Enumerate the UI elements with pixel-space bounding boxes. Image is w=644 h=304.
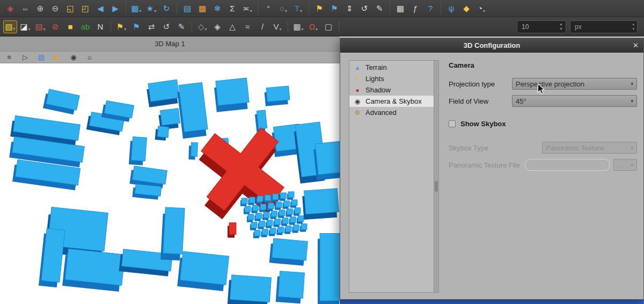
abc-label-icon[interactable]: ab <box>78 20 92 33</box>
measure-icon[interactable]: ≍▾ <box>240 2 254 15</box>
help-icon[interactable]: ? <box>423 2 437 15</box>
dropdown-arrow-icon: ▾ <box>302 27 304 33</box>
change-label-icon[interactable]: ✎ <box>372 2 386 15</box>
size-spinbox[interactable]: 10 ▲ ▼ <box>517 20 566 33</box>
yellow-block-icon-glyph: ■ <box>68 23 72 31</box>
panoramic-texture-file-input[interactable] <box>525 159 610 171</box>
field-of-view-row: Field of View 45° ▾ <box>449 95 637 107</box>
settings-page-camera-skybox[interactable]: ◉Camera & Skybox <box>349 96 434 107</box>
pan-map-icon[interactable]: ⇔ <box>18 2 32 15</box>
change-label-tool-icon[interactable]: ✎ <box>174 20 188 33</box>
page-label: Camera & Skybox <box>365 97 422 105</box>
spin-down-icon[interactable]: ▼ <box>559 27 563 31</box>
toolbar-separator <box>258 3 258 15</box>
no-edits-icon[interactable]: ⊘ <box>48 20 62 33</box>
map-views-icon[interactable]: ▦▾ <box>129 2 143 15</box>
map-panel-titlebar[interactable]: 3D Map 1 <box>0 37 340 52</box>
processing-toolbox-icon[interactable]: ❄ <box>210 2 224 15</box>
zoom-in-icon[interactable]: ⊕ <box>33 2 47 15</box>
dialog-titlebar[interactable]: 3D Configuration ✕ <box>340 38 643 53</box>
configure-icon[interactable]: ☼ <box>85 53 94 62</box>
close-icon[interactable]: ✕ <box>633 38 639 53</box>
select-edit-icon[interactable]: ▨▾ <box>3 20 17 33</box>
snapping-magnet-icon[interactable]: Ω▾ <box>306 20 320 33</box>
compass-draw-icon[interactable]: ◔▾ <box>474 2 488 15</box>
toolbar-separator <box>441 3 441 15</box>
dropdown-arrow-icon: ▾ <box>300 9 302 15</box>
field-of-view-combobox[interactable]: 45° ▾ <box>512 95 637 107</box>
map-3d-canvas[interactable] <box>0 63 340 304</box>
flag-blue-icon[interactable]: ⚑ <box>129 20 143 33</box>
spinbox-arrows[interactable]: ▲ ▼ <box>559 22 566 31</box>
rotate-label-tool-icon[interactable]: ↺ <box>159 20 173 33</box>
settings-page-shadow[interactable]: ●Shadow <box>349 84 434 96</box>
advanced-icon: ⚙ <box>353 110 362 116</box>
tracing-icon-glyph: ▢ <box>325 23 332 31</box>
toolbar-separator <box>339 21 339 33</box>
map-3d-toolbar: ≡▷▤◧◉☼ <box>0 52 340 63</box>
skybox-type-combobox[interactable]: Panoramic Texture ▾ <box>542 142 637 154</box>
yellow-block-icon[interactable]: ■ <box>63 20 77 33</box>
grid-tool-icon[interactable]: ▦▾ <box>291 20 305 33</box>
tracing-icon[interactable]: ▢ <box>321 20 335 33</box>
set-view-theme-icon[interactable]: ◉ <box>69 53 78 62</box>
refresh-icon[interactable]: ↻ <box>159 2 173 15</box>
touch-icon[interactable]: ◈ <box>3 2 17 15</box>
move-label-icon[interactable]: ⇕ <box>342 2 356 15</box>
add-ring-icon[interactable]: ◈ <box>210 20 224 33</box>
zoom-out-icon[interactable]: ⊖ <box>48 2 62 15</box>
dropdown-arrow-icon: ▾ <box>154 9 156 15</box>
dropdown-arrow-icon: ▾ <box>124 27 126 33</box>
skybox-type-row: Skybox Type Panoramic Texture ▾ <box>449 142 637 154</box>
statistics-icon-glyph: Σ <box>230 4 235 12</box>
show-skybox-checkbox[interactable] <box>449 120 456 127</box>
text-annotation-icon[interactable]: T▾ <box>291 2 305 15</box>
pin-labels-icon[interactable]: ⚑ <box>312 2 326 15</box>
toolbar-separator <box>177 3 177 15</box>
flag-label-icon[interactable]: ⚑▾ <box>114 20 128 33</box>
script-icon[interactable]: ƒ <box>408 2 422 15</box>
plugin-bug-icon[interactable]: ◆ <box>459 2 473 15</box>
settings-page-advanced[interactable]: ⚙Advanced <box>349 107 434 118</box>
export-scene-icon[interactable]: ◧ <box>53 53 62 62</box>
red-layers-icon[interactable]: ▤▾ <box>33 20 47 33</box>
map-tips-icon[interactable]: “ <box>261 2 275 15</box>
spin-up-icon[interactable]: ▲ <box>559 22 563 26</box>
annotation-icon-glyph: ◌ <box>280 4 284 12</box>
settings-page-terrain[interactable]: ▲Terrain <box>349 62 434 73</box>
save-image-icon[interactable]: ▤ <box>36 53 46 62</box>
statistics-icon[interactable]: Σ <box>225 2 239 15</box>
raster-calculator-icon[interactable]: ▩ <box>195 2 209 15</box>
bookmarks-icon[interactable]: ★▾ <box>144 2 158 15</box>
north-arrow-icon[interactable]: N <box>93 20 107 33</box>
dropdown-arrow-icon: ▾ <box>316 27 318 33</box>
highlight-labels-icon[interactable]: ⚑ <box>327 2 341 15</box>
zoom-next-icon[interactable]: ▶ <box>108 2 122 15</box>
style-fill-icon[interactable]: ◪▾ <box>18 20 32 33</box>
move-label-tool-icon[interactable]: ⇄ <box>144 20 158 33</box>
georeferencer-icon[interactable]: ▦ <box>393 2 407 15</box>
projection-type-combobox[interactable]: Perspective projection ▾ <box>512 78 637 90</box>
browse-file-button[interactable]: … ▾ <box>613 159 637 171</box>
vertex-tool-icon[interactable]: △ <box>225 20 239 33</box>
vector-beta-icon[interactable]: V▾ <box>270 20 284 33</box>
python-console-icon[interactable]: ψ <box>444 2 458 15</box>
page-list-scrollbar[interactable] <box>434 60 439 293</box>
zoom-selection-icon[interactable]: ◰ <box>78 2 92 15</box>
rotate-label-icon[interactable]: ↺ <box>357 2 371 15</box>
settings-page-lights[interactable]: ☀Lights <box>349 73 434 84</box>
split-features-icon[interactable]: / <box>255 20 269 33</box>
play-animation-icon[interactable]: ▷ <box>20 53 30 62</box>
size-spinbox-value[interactable]: 10 <box>517 23 559 31</box>
page-label: Lights <box>365 75 384 83</box>
zoom-last-icon[interactable]: ◀ <box>93 2 107 15</box>
camera-control-icon[interactable]: ≡ <box>4 53 14 62</box>
curve-icon[interactable]: ≈ <box>240 20 254 33</box>
unit-combobox[interactable]: px ▴ ▾ <box>570 20 638 33</box>
change-label-tool-icon-glyph: ✎ <box>178 23 185 31</box>
zoom-full-icon[interactable]: ◱ <box>63 2 77 15</box>
attribute-table-icon[interactable]: ▤ <box>180 2 194 15</box>
annotation-icon[interactable]: ◌▾ <box>276 2 290 15</box>
digitize-icon[interactable]: ◇▾ <box>195 20 209 33</box>
scrollbar-handle[interactable] <box>435 181 438 192</box>
